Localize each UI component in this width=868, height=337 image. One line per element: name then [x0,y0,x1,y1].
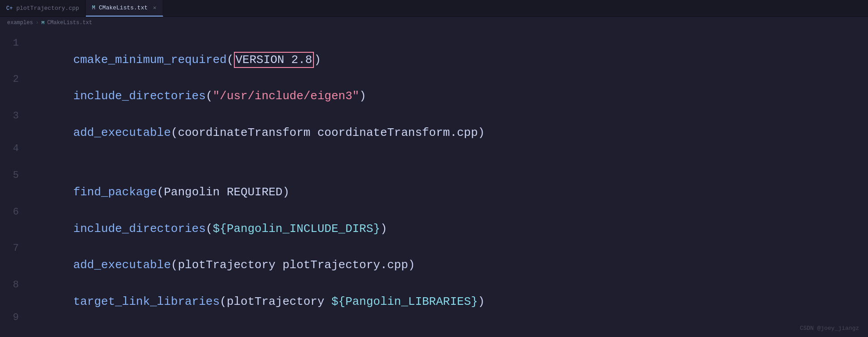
code-line-7: 7 add_executable(plotTrajectory plotTraj… [0,237,868,274]
token-pangolin-libs: ${Pangolin_LIBRARIES} [331,295,478,308]
token-cmake-minimum: cmake_minimum_required [73,53,227,67]
token-eigen-path: "/usr/include/eigen3" [213,89,360,103]
watermark: CSDN @joey_jiangz [800,325,859,332]
token-find-package: find_package [73,185,157,199]
token-paren2: ( [206,89,213,103]
code-line-1: 1 cmake_minimum_required(VERSION 2.8) [0,32,868,68]
tab-cpp-label: plotTrajectory.cpp [16,5,79,12]
tab-bar: C+ plotTrajectory.cpp M CMakeLists.txt ✕ [0,0,868,17]
cmake-icon: M [92,5,95,11]
line-number-5: 5 [0,170,31,181]
tab-cmake[interactable]: M CMakeLists.txt ✕ [86,0,163,17]
token-paren8: ( [220,295,227,308]
token-include-dirs: include_directories [73,89,206,103]
token-target-link: target_link_libraries [73,295,220,308]
token-pangolin-req: Pangolin REQUIRED [164,185,282,199]
token-paren2-close: ) [359,89,366,103]
line-number-3: 3 [0,110,31,122]
token-plot-traj: plotTrajectory plotTrajectory.cpp [178,258,408,272]
line-number-9: 9 [0,312,31,323]
breadcrumb: examples › M CMakeLists.txt [0,17,868,29]
tab-cpp[interactable]: C+ plotTrajectory.cpp [0,0,86,17]
token-include-dirs6: include_directories [73,222,206,236]
code-line-3: 3 add_executable(coordinateTransform coo… [0,105,868,141]
close-icon[interactable]: ✕ [153,4,156,11]
token-paren6: ( [206,222,213,236]
token-add-exec7: add_executable [73,258,171,272]
token-paren6-close: ) [380,222,387,236]
token-paren5: ( [157,185,164,199]
line-number-2: 2 [0,74,31,85]
line-number-8: 8 [0,279,31,291]
token-plot-traj8: plotTrajectory [227,295,331,308]
breadcrumb-separator: › [36,20,39,26]
code-line-6: 6 include_directories(${Pangolin_INCLUDE… [0,201,868,237]
breadcrumb-examples: examples [7,20,33,26]
breadcrumb-file: CMakeLists.txt [47,20,92,26]
token-paren8-close: ) [478,295,485,308]
token-paren-close: ) [314,53,321,67]
token-coord-transform: (coordinateTransform coordinateTransform… [171,126,485,139]
tab-cmake-label: CMakeLists.txt [99,4,148,11]
line-number-4: 4 [0,143,31,154]
token-paren7: ( [171,258,178,272]
code-line-9: 9 [0,310,868,333]
token-paren5-close: ) [283,185,290,199]
token-paren7-close: ) [408,258,415,272]
code-line-8: 8 target_link_libraries(plotTrajectory $… [0,274,868,310]
code-line-5: 5 find_package(Pangolin REQUIRED) [0,164,868,201]
editor-area: 1 cmake_minimum_required(VERSION 2.8) 2 … [0,29,868,337]
token-add-exec: add_executable [73,126,171,139]
line-number-7: 7 [0,243,31,254]
token-pangolin-include: ${Pangolin_INCLUDE_DIRS} [213,222,380,236]
code-line-2: 2 include_directories("/usr/include/eige… [0,68,868,105]
token-version: VERSION 2.8 [236,53,313,67]
line-number-6: 6 [0,206,31,218]
cpp-icon: C+ [6,5,13,12]
highlighted-version: VERSION 2.8 [234,52,314,68]
breadcrumb-cmake-icon: M [42,20,45,25]
token-paren-open: ( [227,53,234,67]
line-number-1: 1 [0,38,31,49]
code-line-4: 4 [0,141,868,164]
